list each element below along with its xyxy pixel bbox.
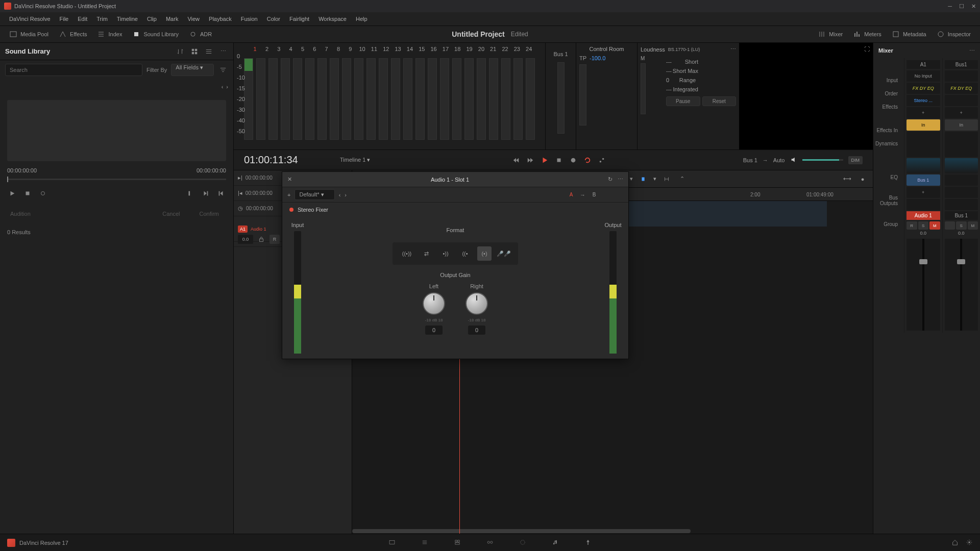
grid-view-icon[interactable] — [189, 46, 200, 57]
format-mics-icon[interactable]: 🎤🎤 — [497, 246, 511, 261]
menu-edit[interactable]: Edit — [74, 14, 91, 24]
menu-mark[interactable]: Mark — [162, 14, 182, 24]
media-pool-button[interactable]: Media Pool — [4, 28, 54, 40]
prev-icon[interactable]: ‹ — [222, 84, 224, 96]
snap-icon[interactable] — [662, 174, 672, 184]
automation-button[interactable] — [598, 157, 605, 164]
pause-button[interactable]: Pause — [666, 96, 700, 106]
inspector-button[interactable]: Inspector — [932, 28, 976, 40]
format-mono-right-icon[interactable]: •)) — [438, 246, 453, 261]
menu-playback[interactable]: Playback — [205, 14, 236, 24]
filter-select[interactable]: All Fields ▾ — [171, 64, 214, 76]
eq-slot[interactable] — [906, 158, 940, 173]
close-icon[interactable]: ✕ — [971, 3, 976, 10]
menu-fairlight[interactable]: Fairlight — [285, 14, 313, 24]
input-slot[interactable]: No Input — [906, 70, 940, 82]
menu-clip[interactable]: Clip — [143, 14, 161, 24]
cut-page-icon[interactable] — [421, 539, 428, 547]
menu-view[interactable]: View — [183, 14, 204, 24]
metadata-button[interactable]: Metadata — [887, 28, 932, 40]
play-icon[interactable] — [7, 188, 17, 198]
zoom-icon[interactable]: ● — [857, 174, 868, 184]
edit-page-icon[interactable] — [454, 539, 461, 547]
add-preset-icon[interactable]: + — [287, 192, 290, 198]
dynamics-slot[interactable] — [906, 132, 940, 157]
format-mono-left-icon[interactable]: ((• — [458, 246, 472, 261]
home-icon[interactable] — [951, 539, 959, 547]
play-button[interactable] — [541, 157, 548, 164]
mixer-options-icon[interactable]: ⋯ — [969, 47, 975, 54]
cancel-button[interactable]: Cancel — [155, 208, 187, 220]
lock-icon[interactable] — [256, 234, 266, 244]
plugin-options-icon[interactable]: ⋯ — [618, 176, 623, 183]
channel-a1[interactable]: A1 — [906, 60, 940, 69]
format-swap-icon[interactable]: ⇄ — [419, 246, 433, 261]
left-gain-knob[interactable] — [423, 292, 445, 315]
audition-button[interactable]: Audition — [7, 208, 150, 220]
options-icon[interactable]: ⋯ — [218, 46, 228, 57]
skip-next-icon[interactable] — [201, 188, 211, 198]
menu-timeline[interactable]: Timeline — [113, 14, 142, 24]
sound-library-button[interactable]: Sound Library — [127, 28, 184, 40]
goto-end-icon[interactable]: |◂ — [238, 190, 242, 196]
timecode[interactable]: 01:00:11:34 — [244, 154, 336, 166]
flag-b-icon[interactable] — [638, 174, 648, 184]
menu-help[interactable]: Help — [352, 14, 372, 24]
list-view-icon[interactable] — [204, 46, 214, 57]
ch-rec[interactable]: R — [906, 221, 917, 230]
fader-a1[interactable] — [906, 239, 940, 331]
effects-in-slot[interactable]: In — [906, 119, 940, 131]
stop-icon[interactable] — [22, 188, 33, 198]
compare-b-button[interactable]: B — [590, 190, 599, 199]
index-button[interactable]: Index — [92, 28, 127, 40]
confirm-button[interactable]: Confirm — [192, 208, 226, 220]
effects-button[interactable]: Effects — [54, 28, 92, 40]
settings-icon[interactable] — [966, 539, 973, 547]
preset-select[interactable]: Default* ▾ — [295, 189, 334, 200]
preset-prev-icon[interactable]: ‹ — [339, 192, 341, 198]
left-gain-value[interactable]: 0 — [425, 325, 443, 335]
preset-next-icon[interactable]: › — [345, 192, 347, 198]
menu-resolve[interactable]: DaVinci Resolve — [5, 14, 55, 24]
gain-value[interactable]: 0.0 — [238, 235, 253, 244]
filter-options-icon[interactable] — [218, 65, 228, 75]
deliver-page-icon[interactable] — [584, 539, 592, 547]
menu-file[interactable]: File — [56, 14, 73, 24]
rewind-button[interactable] — [512, 157, 520, 164]
fader-bus1[interactable] — [945, 239, 978, 331]
fairlight-page-icon[interactable] — [552, 539, 559, 547]
zoom-fit-icon[interactable]: ⟷ — [842, 174, 852, 184]
volume-slider[interactable] — [802, 159, 843, 161]
next-icon[interactable]: › — [226, 84, 228, 96]
format-stereo-icon[interactable]: ((•)) — [400, 246, 414, 261]
speaker-icon[interactable] — [790, 156, 797, 164]
fast-forward-button[interactable] — [527, 157, 534, 164]
add-bus-slot[interactable]: + — [906, 187, 940, 198]
right-gain-knob[interactable] — [465, 292, 488, 315]
meters-button[interactable]: Meters — [848, 28, 887, 40]
plugin-enable-icon[interactable] — [289, 208, 293, 212]
minimize-icon[interactable]: ─ — [948, 3, 952, 10]
format-mono-sum-icon[interactable]: (•) — [477, 246, 492, 261]
reset-button[interactable]: Reset — [702, 96, 737, 106]
ch-mute[interactable]: M — [929, 221, 940, 230]
channel-bus1[interactable]: Bus1 — [945, 60, 978, 69]
auto-button[interactable]: Auto — [773, 157, 785, 163]
skip-prev-icon[interactable] — [216, 188, 226, 198]
menu-fusion[interactable]: Fusion — [237, 14, 262, 24]
horizontal-scrollbar[interactable] — [352, 529, 873, 534]
color-page-icon[interactable] — [519, 539, 526, 547]
plugin-close-icon[interactable]: ✕ — [287, 176, 292, 183]
mark-in-icon[interactable] — [185, 188, 195, 198]
preview-scrubber[interactable] — [7, 179, 226, 180]
ch-solo[interactable]: S — [918, 221, 929, 230]
goto-start-icon[interactable]: ▸| — [238, 174, 242, 181]
expand-icon[interactable]: ⛶ — [864, 46, 870, 52]
loudness-options-icon[interactable]: ⋯ — [730, 46, 736, 53]
track-a1[interactable]: A1 — [238, 226, 248, 233]
dim-button[interactable]: DIM — [848, 156, 863, 164]
clock-icon[interactable]: ◷ — [238, 205, 243, 212]
bus-output[interactable]: Bus 1 — [743, 157, 757, 163]
menu-trim[interactable]: Trim — [92, 14, 112, 24]
search-input[interactable] — [5, 64, 142, 76]
